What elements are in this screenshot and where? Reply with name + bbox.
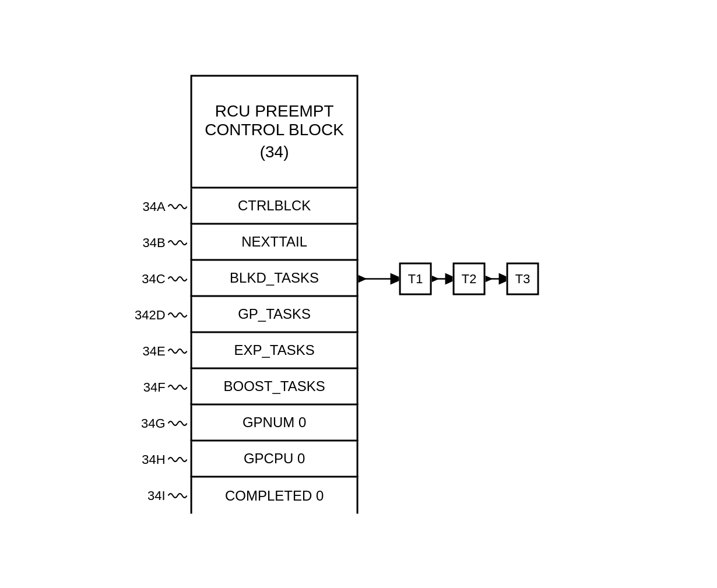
row-34H: 34H GPCPU 0 [138, 441, 539, 477]
cell-34G: GPNUM 0 [191, 405, 358, 441]
arrow-t2-t3 [486, 270, 507, 287]
squiggle-34E [167, 346, 188, 356]
label-34F: 34F [138, 379, 191, 395]
header-cell: RCU PREEMPT CONTROL BLOCK (34) [191, 75, 358, 188]
label-34B: 34B [138, 235, 191, 250]
row-34E: 34E EXP_TASKS [138, 333, 539, 369]
label-text-342D: 342D [135, 307, 166, 322]
squiggle-34F [167, 382, 188, 392]
row-34B: 34B NEXTTAIL [138, 224, 539, 260]
squiggle-34G [167, 418, 188, 428]
label-34H: 34H [138, 452, 191, 467]
row-34C: 34C BLKD_TASKS [138, 260, 539, 297]
label-34G: 34G [138, 416, 191, 431]
title-line1: RCU PREEMPT [215, 102, 334, 121]
squiggle-34I [167, 490, 188, 501]
squiggle-342D [167, 309, 188, 320]
label-342D: 342D [138, 307, 191, 322]
squiggle-34A [167, 201, 188, 212]
row-34A: 34A CTRLBLCK [138, 188, 539, 224]
row-342D: 342D GP_TASKS [138, 297, 539, 333]
label-34I: 34I [138, 488, 191, 503]
cell-342D: GP_TASKS [191, 297, 358, 333]
squiggle-34C [167, 273, 188, 284]
title-line3: (34) [260, 143, 289, 161]
cell-34B: NEXTTAIL [191, 224, 358, 260]
squiggle-34B [167, 237, 188, 248]
cell-34C: BLKD_TASKS [191, 260, 358, 297]
tasks-row: T1 T2 [358, 262, 539, 295]
label-text-34G: 34G [141, 416, 166, 431]
label-text-34C: 34C [142, 271, 165, 286]
cell-34H: GPCPU 0 [191, 441, 358, 477]
label-text-34B: 34B [142, 235, 165, 250]
squiggle-34H [167, 454, 188, 464]
diagram: RCU PREEMPT CONTROL BLOCK (34) 34A CTRLB… [138, 75, 539, 513]
label-text-34F: 34F [143, 379, 166, 395]
main-arrow [358, 270, 399, 287]
row-34I: 34I COMPLETED 0 [138, 477, 539, 513]
task-box-T2: T2 [453, 262, 486, 295]
header-row: RCU PREEMPT CONTROL BLOCK (34) [138, 75, 539, 188]
label-34C: 34C [138, 271, 191, 286]
label-text-34E: 34E [142, 343, 165, 358]
cell-34F: BOOST_TASKS [191, 369, 358, 405]
arrow-t1-t2 [432, 270, 453, 287]
label-34E: 34E [138, 343, 191, 358]
cell-34A: CTRLBLCK [191, 188, 358, 224]
task-box-T1: T1 [399, 262, 432, 295]
row-34F: 34F BOOST_TASKS [138, 369, 539, 405]
label-text-34A: 34A [142, 199, 165, 214]
title-line2: CONTROL BLOCK [205, 121, 344, 139]
task-box-T3: T3 [507, 262, 539, 295]
label-text-34H: 34H [142, 452, 165, 467]
label-text-34I: 34I [147, 488, 166, 503]
label-34A: 34A [138, 199, 191, 214]
cell-34E: EXP_TASKS [191, 333, 358, 369]
cell-34I: COMPLETED 0 [191, 477, 358, 513]
row-34G: 34G GPNUM 0 [138, 405, 539, 441]
